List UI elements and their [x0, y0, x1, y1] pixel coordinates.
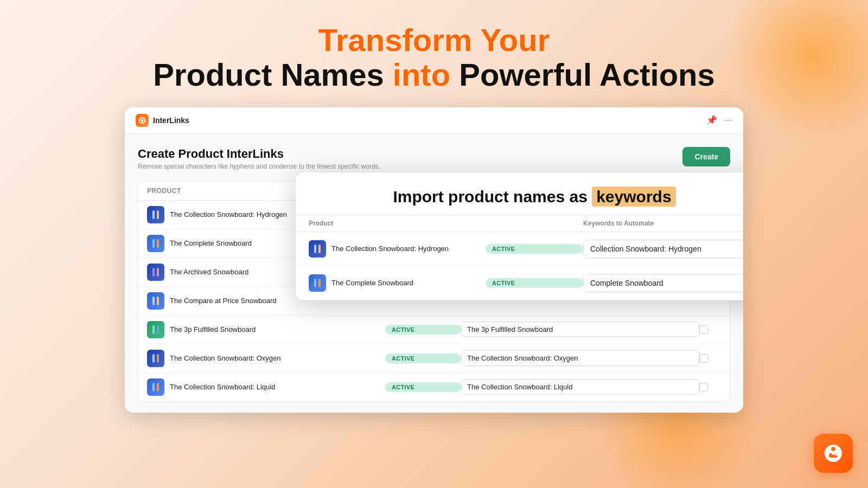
app-logo — [136, 114, 149, 127]
product-thumb — [147, 378, 164, 396]
overlay-title-row: Import product names as keywords — [296, 172, 743, 215]
overlay-col-header-product: Product — [309, 220, 486, 227]
overlay-row: The Collection Snowboard: Hydrogen ACTIV… — [296, 232, 743, 266]
overlay-product-name: The Complete Snowboard — [331, 279, 413, 287]
overlay-product-thumb — [309, 274, 326, 292]
svg-rect-9 — [157, 325, 159, 334]
keyword-input[interactable] — [461, 322, 699, 337]
table-row: The Collection Snowboard: Oxygen ACTIVE — [138, 344, 730, 373]
headline-line2-suffix: Powerful Actions — [450, 57, 715, 92]
table-row: The 3p Fulfilled Snowboard ACTIVE — [138, 316, 730, 344]
svg-rect-15 — [318, 245, 321, 253]
page-subtitle: Remove special characters like hyphens a… — [138, 163, 380, 170]
overlay-status-badge: ACTIVE — [486, 278, 583, 288]
product-thumb-icon — [151, 210, 161, 220]
product-thumb-icon — [151, 382, 161, 392]
overlay-title-prefix: Import product names as — [393, 188, 592, 206]
overlay-table-header: Product Keywords to Automate — [296, 215, 743, 232]
headline-line2-prefix: Product Names — [153, 57, 393, 92]
overlay-col-header-keywords: Keywords to Automate — [583, 220, 743, 227]
product-thumb-icon — [151, 354, 161, 363]
product-name: The Complete Snowboard — [170, 239, 252, 247]
svg-rect-16 — [314, 279, 316, 287]
overlay-col-header-status — [486, 220, 583, 227]
product-thumb — [147, 206, 164, 223]
product-name: The Collection Snowboard: Oxygen — [170, 354, 281, 362]
svg-rect-17 — [318, 279, 321, 287]
page-content: Transform Your Product Names into Powerf… — [0, 0, 868, 413]
product-thumb-icon — [151, 239, 161, 248]
svg-rect-12 — [152, 383, 155, 391]
overlay-product-cell: The Complete Snowboard — [309, 274, 486, 292]
product-thumb — [147, 350, 164, 367]
overlay-product-thumb — [309, 240, 326, 258]
overlay-status-badge: ACTIVE — [486, 244, 583, 254]
product-thumb — [147, 235, 164, 252]
svg-rect-2 — [152, 239, 155, 248]
overlay-product-cell: The Collection Snowboard: Hydrogen — [309, 240, 486, 258]
product-thumb — [147, 264, 164, 281]
status-badge: ACTIVE — [385, 325, 461, 335]
overlay-keyword-input-2[interactable] — [583, 274, 743, 292]
page-title: Create Product InterLinks — [138, 147, 380, 161]
overlay-thumb-icon — [312, 244, 322, 254]
headline-line2-orange: into — [393, 57, 450, 92]
overlay-keyword-input-1[interactable] — [583, 240, 743, 258]
headline-line1: Transform Your — [153, 23, 715, 57]
title-bar-actions: 📌 ⋯ — [706, 115, 732, 125]
product-thumb — [147, 292, 164, 310]
row-checkbox[interactable] — [699, 325, 708, 334]
table-row: The Collection Snowboard: Liquid ACTIVE — [138, 373, 730, 401]
product-name: The Compare at Price Snowboard — [170, 297, 277, 305]
svg-rect-14 — [314, 245, 316, 253]
product-name: The 3p Fulfilled Snowboard — [170, 325, 256, 333]
svg-rect-11 — [157, 354, 159, 363]
overlay-title: Import product names as keywords — [393, 187, 675, 207]
create-button[interactable]: Create — [682, 147, 730, 166]
more-options-icon[interactable]: ⋯ — [724, 115, 732, 125]
svg-rect-7 — [157, 297, 159, 305]
keyword-input[interactable] — [461, 379, 699, 395]
row-checkbox[interactable] — [699, 383, 708, 391]
status-badge: ACTIVE — [385, 382, 461, 392]
svg-rect-13 — [157, 383, 159, 391]
headline: Transform Your Product Names into Powerf… — [153, 23, 715, 92]
overlay-product-name: The Collection Snowboard: Hydrogen — [331, 245, 449, 253]
product-thumb-icon — [151, 325, 161, 335]
product-thumb-icon — [151, 296, 161, 306]
product-name: The Archived Snowboard — [170, 268, 248, 276]
svg-point-18 — [832, 452, 835, 455]
app-logo-icon — [138, 117, 146, 124]
row-checkbox[interactable] — [699, 354, 708, 363]
bottom-app-icon-svg — [822, 442, 844, 464]
app-header-row: Create Product InterLinks Remove special… — [138, 147, 730, 170]
overlay-row: The Complete Snowboard ACTIVE — [296, 266, 743, 300]
svg-rect-6 — [152, 297, 155, 305]
product-cell: The Collection Snowboard: Oxygen — [147, 350, 385, 367]
app-window: InterLinks 📌 ⋯ Create Product InterLinks… — [125, 107, 743, 413]
svg-rect-5 — [157, 268, 159, 277]
status-badge: ACTIVE — [385, 354, 461, 363]
svg-rect-4 — [152, 268, 155, 277]
svg-rect-10 — [152, 354, 155, 363]
bottom-app-icon — [814, 434, 853, 473]
product-thumb — [147, 321, 164, 338]
headline-line2: Product Names into Powerful Actions — [153, 57, 715, 92]
overlay-thumb-icon — [312, 278, 322, 288]
svg-rect-3 — [157, 239, 159, 248]
svg-rect-0 — [152, 210, 155, 219]
product-name: The Collection Snowboard: Hydrogen — [170, 210, 287, 219]
product-cell: The 3p Fulfilled Snowboard — [147, 321, 385, 338]
keyword-input[interactable] — [461, 350, 699, 366]
svg-rect-1 — [157, 210, 159, 219]
pin-icon[interactable]: 📌 — [706, 115, 717, 125]
product-name: The Collection Snowboard: Liquid — [170, 383, 275, 391]
svg-rect-8 — [152, 325, 155, 334]
page-title-block: Create Product InterLinks Remove special… — [138, 147, 380, 170]
title-bar: InterLinks 📌 ⋯ — [125, 107, 743, 134]
product-cell: The Collection Snowboard: Liquid — [147, 378, 385, 396]
app-title: InterLinks — [153, 116, 706, 125]
overlay-card: Import product names as keywords Product… — [296, 172, 743, 300]
overlay-title-highlight: keywords — [592, 187, 675, 207]
product-thumb-icon — [151, 267, 161, 277]
